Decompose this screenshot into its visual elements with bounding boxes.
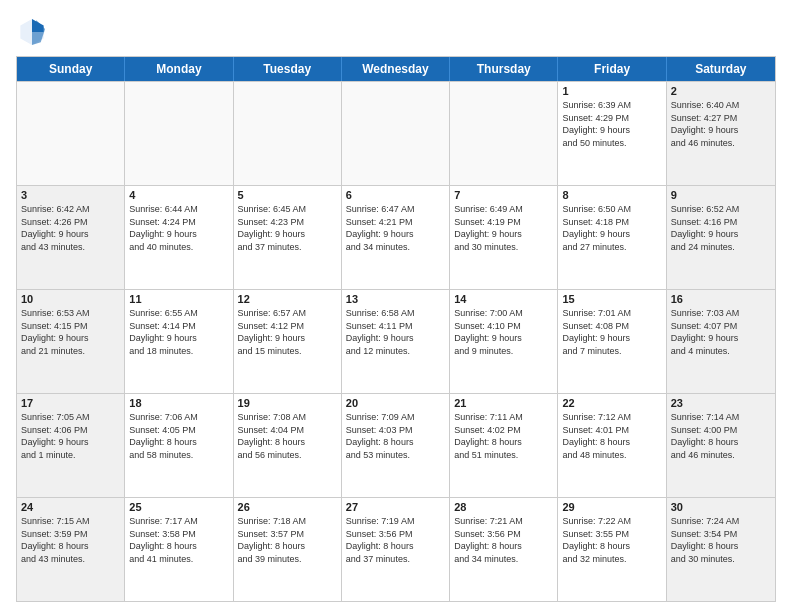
calendar-week-0: 1Sunrise: 6:39 AM Sunset: 4:29 PM Daylig… <box>17 81 775 185</box>
day-number: 17 <box>21 397 120 409</box>
table-row: 18Sunrise: 7:06 AM Sunset: 4:05 PM Dayli… <box>125 394 233 497</box>
calendar-header-monday: Monday <box>125 57 233 81</box>
calendar-header-saturday: Saturday <box>667 57 775 81</box>
daylight-hours: Sunrise: 7:18 AM Sunset: 3:57 PM Dayligh… <box>238 515 337 565</box>
table-row: 4Sunrise: 6:44 AM Sunset: 4:24 PM Daylig… <box>125 186 233 289</box>
daylight-hours: Sunrise: 6:44 AM Sunset: 4:24 PM Dayligh… <box>129 203 228 253</box>
table-row: 19Sunrise: 7:08 AM Sunset: 4:04 PM Dayli… <box>234 394 342 497</box>
table-row: 15Sunrise: 7:01 AM Sunset: 4:08 PM Dayli… <box>558 290 666 393</box>
daylight-hours: Sunrise: 7:12 AM Sunset: 4:01 PM Dayligh… <box>562 411 661 461</box>
table-row <box>342 82 450 185</box>
day-number: 25 <box>129 501 228 513</box>
daylight-hours: Sunrise: 7:08 AM Sunset: 4:04 PM Dayligh… <box>238 411 337 461</box>
calendar: SundayMondayTuesdayWednesdayThursdayFrid… <box>16 56 776 602</box>
table-row: 26Sunrise: 7:18 AM Sunset: 3:57 PM Dayli… <box>234 498 342 601</box>
table-row: 17Sunrise: 7:05 AM Sunset: 4:06 PM Dayli… <box>17 394 125 497</box>
table-row <box>125 82 233 185</box>
day-number: 12 <box>238 293 337 305</box>
calendar-body: 1Sunrise: 6:39 AM Sunset: 4:29 PM Daylig… <box>17 81 775 601</box>
daylight-hours: Sunrise: 7:05 AM Sunset: 4:06 PM Dayligh… <box>21 411 120 461</box>
day-number: 26 <box>238 501 337 513</box>
calendar-week-3: 17Sunrise: 7:05 AM Sunset: 4:06 PM Dayli… <box>17 393 775 497</box>
daylight-hours: Sunrise: 6:53 AM Sunset: 4:15 PM Dayligh… <box>21 307 120 357</box>
day-number: 8 <box>562 189 661 201</box>
table-row: 8Sunrise: 6:50 AM Sunset: 4:18 PM Daylig… <box>558 186 666 289</box>
table-row: 29Sunrise: 7:22 AM Sunset: 3:55 PM Dayli… <box>558 498 666 601</box>
daylight-hours: Sunrise: 7:11 AM Sunset: 4:02 PM Dayligh… <box>454 411 553 461</box>
table-row: 27Sunrise: 7:19 AM Sunset: 3:56 PM Dayli… <box>342 498 450 601</box>
day-number: 21 <box>454 397 553 409</box>
calendar-header-thursday: Thursday <box>450 57 558 81</box>
table-row: 10Sunrise: 6:53 AM Sunset: 4:15 PM Dayli… <box>17 290 125 393</box>
table-row: 22Sunrise: 7:12 AM Sunset: 4:01 PM Dayli… <box>558 394 666 497</box>
daylight-hours: Sunrise: 6:49 AM Sunset: 4:19 PM Dayligh… <box>454 203 553 253</box>
daylight-hours: Sunrise: 7:19 AM Sunset: 3:56 PM Dayligh… <box>346 515 445 565</box>
day-number: 3 <box>21 189 120 201</box>
table-row: 28Sunrise: 7:21 AM Sunset: 3:56 PM Dayli… <box>450 498 558 601</box>
calendar-week-2: 10Sunrise: 6:53 AM Sunset: 4:15 PM Dayli… <box>17 289 775 393</box>
day-number: 18 <box>129 397 228 409</box>
calendar-header-sunday: Sunday <box>17 57 125 81</box>
daylight-hours: Sunrise: 7:00 AM Sunset: 4:10 PM Dayligh… <box>454 307 553 357</box>
daylight-hours: Sunrise: 7:09 AM Sunset: 4:03 PM Dayligh… <box>346 411 445 461</box>
table-row: 5Sunrise: 6:45 AM Sunset: 4:23 PM Daylig… <box>234 186 342 289</box>
day-number: 5 <box>238 189 337 201</box>
table-row: 6Sunrise: 6:47 AM Sunset: 4:21 PM Daylig… <box>342 186 450 289</box>
table-row: 7Sunrise: 6:49 AM Sunset: 4:19 PM Daylig… <box>450 186 558 289</box>
day-number: 30 <box>671 501 771 513</box>
day-number: 9 <box>671 189 771 201</box>
daylight-hours: Sunrise: 7:22 AM Sunset: 3:55 PM Dayligh… <box>562 515 661 565</box>
daylight-hours: Sunrise: 7:17 AM Sunset: 3:58 PM Dayligh… <box>129 515 228 565</box>
table-row: 16Sunrise: 7:03 AM Sunset: 4:07 PM Dayli… <box>667 290 775 393</box>
daylight-hours: Sunrise: 6:47 AM Sunset: 4:21 PM Dayligh… <box>346 203 445 253</box>
day-number: 2 <box>671 85 771 97</box>
day-number: 20 <box>346 397 445 409</box>
daylight-hours: Sunrise: 6:57 AM Sunset: 4:12 PM Dayligh… <box>238 307 337 357</box>
daylight-hours: Sunrise: 7:06 AM Sunset: 4:05 PM Dayligh… <box>129 411 228 461</box>
daylight-hours: Sunrise: 7:14 AM Sunset: 4:00 PM Dayligh… <box>671 411 771 461</box>
page-header <box>16 16 776 48</box>
daylight-hours: Sunrise: 6:40 AM Sunset: 4:27 PM Dayligh… <box>671 99 771 149</box>
table-row: 23Sunrise: 7:14 AM Sunset: 4:00 PM Dayli… <box>667 394 775 497</box>
table-row: 25Sunrise: 7:17 AM Sunset: 3:58 PM Dayli… <box>125 498 233 601</box>
calendar-week-4: 24Sunrise: 7:15 AM Sunset: 3:59 PM Dayli… <box>17 497 775 601</box>
table-row: 30Sunrise: 7:24 AM Sunset: 3:54 PM Dayli… <box>667 498 775 601</box>
day-number: 7 <box>454 189 553 201</box>
day-number: 22 <box>562 397 661 409</box>
table-row: 20Sunrise: 7:09 AM Sunset: 4:03 PM Dayli… <box>342 394 450 497</box>
daylight-hours: Sunrise: 7:01 AM Sunset: 4:08 PM Dayligh… <box>562 307 661 357</box>
day-number: 13 <box>346 293 445 305</box>
table-row: 14Sunrise: 7:00 AM Sunset: 4:10 PM Dayli… <box>450 290 558 393</box>
daylight-hours: Sunrise: 6:45 AM Sunset: 4:23 PM Dayligh… <box>238 203 337 253</box>
day-number: 4 <box>129 189 228 201</box>
daylight-hours: Sunrise: 7:21 AM Sunset: 3:56 PM Dayligh… <box>454 515 553 565</box>
table-row: 24Sunrise: 7:15 AM Sunset: 3:59 PM Dayli… <box>17 498 125 601</box>
table-row <box>450 82 558 185</box>
day-number: 6 <box>346 189 445 201</box>
table-row: 13Sunrise: 6:58 AM Sunset: 4:11 PM Dayli… <box>342 290 450 393</box>
calendar-header-wednesday: Wednesday <box>342 57 450 81</box>
table-row: 2Sunrise: 6:40 AM Sunset: 4:27 PM Daylig… <box>667 82 775 185</box>
table-row: 1Sunrise: 6:39 AM Sunset: 4:29 PM Daylig… <box>558 82 666 185</box>
day-number: 15 <box>562 293 661 305</box>
table-row: 21Sunrise: 7:11 AM Sunset: 4:02 PM Dayli… <box>450 394 558 497</box>
daylight-hours: Sunrise: 7:03 AM Sunset: 4:07 PM Dayligh… <box>671 307 771 357</box>
table-row: 12Sunrise: 6:57 AM Sunset: 4:12 PM Dayli… <box>234 290 342 393</box>
daylight-hours: Sunrise: 7:15 AM Sunset: 3:59 PM Dayligh… <box>21 515 120 565</box>
daylight-hours: Sunrise: 7:24 AM Sunset: 3:54 PM Dayligh… <box>671 515 771 565</box>
calendar-header-friday: Friday <box>558 57 666 81</box>
logo-icon <box>16 16 48 48</box>
day-number: 29 <box>562 501 661 513</box>
table-row <box>17 82 125 185</box>
calendar-week-1: 3Sunrise: 6:42 AM Sunset: 4:26 PM Daylig… <box>17 185 775 289</box>
day-number: 11 <box>129 293 228 305</box>
daylight-hours: Sunrise: 6:58 AM Sunset: 4:11 PM Dayligh… <box>346 307 445 357</box>
day-number: 16 <box>671 293 771 305</box>
day-number: 19 <box>238 397 337 409</box>
daylight-hours: Sunrise: 6:52 AM Sunset: 4:16 PM Dayligh… <box>671 203 771 253</box>
day-number: 10 <box>21 293 120 305</box>
day-number: 1 <box>562 85 661 97</box>
logo <box>16 16 52 48</box>
day-number: 27 <box>346 501 445 513</box>
daylight-hours: Sunrise: 6:39 AM Sunset: 4:29 PM Dayligh… <box>562 99 661 149</box>
